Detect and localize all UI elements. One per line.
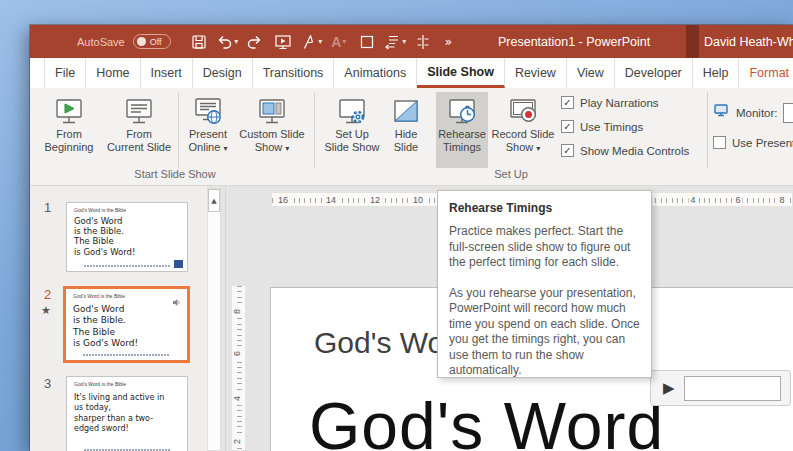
titlebar-divider [686, 25, 699, 58]
tab-slide-show[interactable]: Slide Show [417, 58, 505, 88]
monitor-dropdown[interactable] [783, 103, 793, 123]
desktop: AutoSave Off ▾ [0, 0, 793, 451]
use-presenter-view-checkbox[interactable]: Use Present [713, 136, 793, 149]
chevron-down-icon: ▾ [285, 144, 289, 153]
autosave-toggle[interactable]: Off [133, 34, 171, 49]
vertical-ruler: 8 6 4 2 [231, 285, 246, 451]
monitor-label: Monitor: [736, 107, 778, 119]
chevron-down-icon: ▾ [223, 144, 227, 153]
from-current-slide-button[interactable]: From Current Slide [100, 92, 178, 168]
monitor-gear-icon [337, 94, 367, 128]
tooltip-title: Rehearse Timings [449, 201, 640, 215]
quick-access-toolbar: ▾ ▾ A▾ [185, 29, 452, 55]
checked-checkbox-icon: ✓ [561, 144, 574, 157]
tab-view[interactable]: View [567, 58, 615, 88]
present-online-button[interactable]: Present Online ▾ [183, 92, 233, 168]
blue-shape [174, 260, 183, 268]
ribbon-divider [178, 92, 179, 168]
ribbon-divider [707, 92, 708, 168]
ribbon: From Beginning From Current Slide [30, 88, 793, 186]
monitor-globe-icon [193, 94, 223, 128]
from-beginning-button[interactable]: From Beginning [40, 92, 98, 168]
redo-icon[interactable] [242, 29, 268, 55]
monitor-record-icon [508, 94, 538, 128]
slide-number: 3 [44, 376, 51, 391]
toggle-knob-icon [137, 37, 146, 46]
save-icon[interactable] [186, 29, 212, 55]
show-media-controls-checkbox[interactable]: ✓ Show Media Controls [561, 144, 689, 157]
autosave-state: Off [150, 37, 162, 47]
media-control-bar[interactable]: ▶ [650, 370, 791, 406]
hide-slide-icon [391, 94, 421, 128]
document-title: Presentation1 - PowerPoint [498, 25, 650, 58]
start-slideshow-icon[interactable] [270, 29, 296, 55]
laser-pointer-icon[interactable]: ▾ [298, 29, 324, 55]
footer-text-line [84, 265, 170, 267]
media-seek-box[interactable] [684, 376, 781, 401]
tab-file[interactable]: File [44, 58, 86, 88]
slide-thumbnail-2-selected[interactable]: God's Word is the Bible God's Word is th… [63, 286, 190, 363]
more-commands-icon[interactable]: » [445, 35, 452, 49]
account-name[interactable]: David Heath-Whyt [704, 25, 793, 58]
undo-icon[interactable]: ▾ [214, 29, 240, 55]
tab-format[interactable]: Format [739, 58, 793, 88]
hide-slide-button[interactable]: Hide Slide [387, 92, 425, 168]
monitor-clock-icon [447, 94, 477, 128]
play-narrations-checkbox[interactable]: ✓ Play Narrations [561, 96, 659, 109]
unchecked-checkbox-icon [713, 136, 726, 149]
slide-body-text[interactable]: God's Word [309, 388, 664, 451]
custom-slide-show-button[interactable]: Custom Slide Show ▾ [235, 92, 309, 168]
thumbnail-scrollbar[interactable]: ▲ [207, 188, 221, 451]
tooltip-paragraph-2: As you rehearse your presentation, Power… [449, 286, 640, 379]
scroll-up-icon[interactable]: ▲ [208, 189, 220, 212]
autosave-label: AutoSave [77, 36, 125, 48]
group-label-start-slide-show: Start Slide Show [40, 168, 310, 180]
tab-review[interactable]: Review [505, 58, 567, 88]
checked-checkbox-icon: ✓ [561, 96, 574, 109]
record-slide-show-button[interactable]: Record Slide Show ▾ [488, 92, 558, 168]
monitor-lines-icon [124, 94, 154, 128]
checked-checkbox-icon: ✓ [561, 120, 574, 133]
title-bar: AutoSave Off ▾ [30, 25, 793, 58]
slide-thumbnail-3[interactable]: God's Word is the Bible It's living and … [66, 376, 188, 451]
slide-thumbnail-1[interactable]: God's Word is the Bible God's Word is th… [66, 202, 188, 272]
distribute-icon[interactable] [410, 29, 436, 55]
ribbon-divider [314, 92, 315, 168]
play-icon[interactable]: ▶ [663, 379, 675, 397]
monitor-icon [713, 102, 730, 123]
tab-home[interactable]: Home [86, 58, 140, 88]
animation-star-icon: ★ [41, 304, 51, 317]
tab-developer[interactable]: Developer [615, 58, 693, 88]
slide-number: 1 [44, 200, 51, 215]
group-label-set-up: Set Up [321, 168, 701, 180]
rehearse-timings-tooltip: Rehearse Timings Practice makes perfect.… [437, 190, 652, 378]
tab-insert[interactable]: Insert [141, 58, 193, 88]
shape-icon[interactable] [354, 29, 380, 55]
indent-icon[interactable]: ▾ [382, 29, 408, 55]
audio-speaker-icon [172, 293, 181, 311]
panel-divider[interactable] [225, 186, 226, 451]
monitor-play-icon [54, 94, 84, 128]
tab-design[interactable]: Design [193, 58, 253, 88]
tab-animations[interactable]: Animations [334, 58, 417, 88]
monitor-select[interactable]: Monitor: [713, 102, 793, 123]
ribbon-tab-bar: File Home Insert Design Transitions Anim… [30, 58, 793, 88]
tab-transitions[interactable]: Transitions [253, 58, 335, 88]
set-up-slide-show-button[interactable]: Set Up Slide Show [321, 92, 383, 168]
slide-thumbnail-panel: 1 God's Word is the Bible God's Word is … [30, 186, 207, 451]
use-timings-checkbox[interactable]: ✓ Use Timings [561, 120, 643, 133]
chevron-down-icon: ▾ [536, 144, 540, 153]
slide-number-selected: 2 [44, 287, 51, 302]
footer-text-line [83, 354, 170, 356]
font-color-icon: A▾ [326, 29, 352, 55]
tooltip-paragraph-1: Practice makes perfect. Start the full-s… [449, 224, 640, 271]
tab-help[interactable]: Help [693, 58, 740, 88]
rehearse-timings-button[interactable]: Rehearse Timings [436, 92, 488, 168]
monitor-panels-icon [257, 94, 287, 128]
